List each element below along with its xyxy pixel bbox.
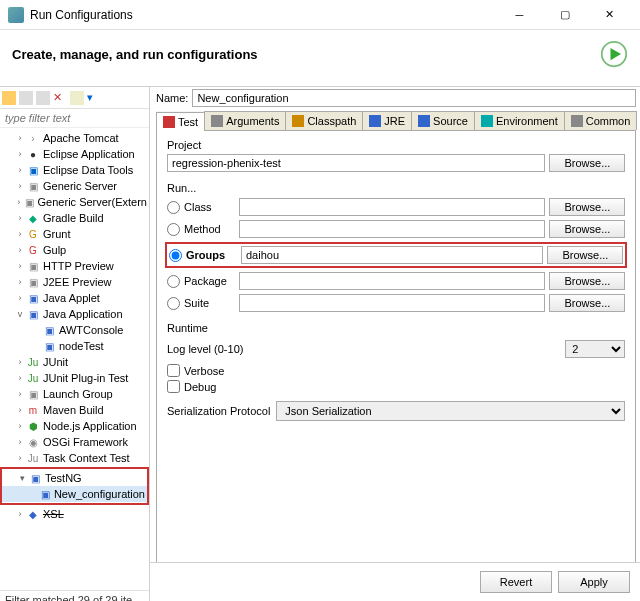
page-title: Create, manage, and run configurations (12, 47, 600, 62)
tree-item[interactable]: ›◉OSGi Framework (0, 434, 149, 450)
tab-environment[interactable]: Environment (474, 111, 565, 130)
tab-arguments[interactable]: Arguments (204, 111, 286, 130)
revert-button[interactable]: Revert (480, 571, 552, 593)
tree-item[interactable]: ›GGulp (0, 242, 149, 258)
tree-item[interactable]: ›▣HTTP Preview (0, 258, 149, 274)
run-icon[interactable] (600, 40, 628, 68)
tree-item[interactable]: ▣AWTConsole (0, 322, 149, 338)
copy-icon[interactable] (19, 91, 33, 105)
verbose-checkbox[interactable] (167, 364, 180, 377)
serialization-label: Serialization Protocol (167, 405, 270, 417)
debug-label: Debug (184, 381, 216, 393)
project-input[interactable] (167, 154, 545, 172)
radio-package[interactable]: Package (167, 275, 235, 288)
close-button[interactable]: ✕ (587, 1, 632, 29)
groups-browse-button[interactable]: Browse... (547, 246, 623, 264)
groups-input[interactable] (241, 246, 543, 264)
class-browse-button[interactable]: Browse... (549, 198, 625, 216)
radio-groups[interactable]: Groups (169, 249, 237, 262)
tree-item[interactable]: ›⬢Node.js Application (0, 418, 149, 434)
left-toolbar: ✕ ▾ (0, 87, 149, 109)
radio-method[interactable]: Method (167, 223, 235, 236)
collapse-icon[interactable]: ▾ (87, 91, 101, 105)
tree-item[interactable]: ›◆Gradle Build (0, 210, 149, 226)
loglevel-select[interactable]: 2 (565, 340, 625, 358)
window-title: Run Configurations (30, 8, 497, 22)
tree-item[interactable]: ›JuJUnit (0, 354, 149, 370)
minimize-button[interactable]: ─ (497, 1, 542, 29)
name-input[interactable] (192, 89, 636, 107)
tab-bar: TestArgumentsClasspathJRESourceEnvironme… (156, 111, 636, 131)
tab-source[interactable]: Source (411, 111, 475, 130)
name-label: Name: (156, 92, 188, 104)
app-icon (8, 7, 24, 23)
filter-input[interactable] (0, 109, 149, 128)
project-label: Project (167, 139, 625, 151)
method-input[interactable] (239, 220, 545, 238)
tree-item[interactable]: ›JuTask Context Test (0, 450, 149, 466)
class-input[interactable] (239, 198, 545, 216)
tree-item[interactable]: ›▣Generic Server (0, 178, 149, 194)
tab-common[interactable]: Common (564, 111, 638, 130)
tab-test[interactable]: Test (156, 112, 205, 131)
radio-suite[interactable]: Suite (167, 297, 235, 310)
suite-input[interactable] (239, 294, 545, 312)
export-icon[interactable] (36, 91, 50, 105)
verbose-label: Verbose (184, 365, 224, 377)
tree-item[interactable]: ›mMaven Build (0, 402, 149, 418)
suite-browse-button[interactable]: Browse... (549, 294, 625, 312)
tree-item[interactable]: ▣nodeTest (0, 338, 149, 354)
project-browse-button[interactable]: Browse... (549, 154, 625, 172)
package-input[interactable] (239, 272, 545, 290)
tree-item[interactable]: ›▣Launch Group (0, 386, 149, 402)
tree-item[interactable]: ▾▣TestNG (2, 470, 147, 486)
tree-item[interactable]: ›JuJUnit Plug-in Test (0, 370, 149, 386)
tree-item[interactable]: ›▣Generic Server(Extern (0, 194, 149, 210)
new-icon[interactable] (2, 91, 16, 105)
filter-status: Filter matched 29 of 29 ite (0, 590, 149, 601)
expand-icon[interactable] (70, 91, 84, 105)
tab-classpath[interactable]: Classpath (285, 111, 363, 130)
run-section-label: Run... (167, 182, 625, 194)
runtime-section-label: Runtime (167, 322, 625, 334)
tree-item[interactable]: ▣New_configuration (2, 486, 147, 502)
method-browse-button[interactable]: Browse... (549, 220, 625, 238)
maximize-button[interactable]: ▢ (542, 1, 587, 29)
delete-icon[interactable]: ✕ (53, 91, 67, 105)
radio-class[interactable]: Class (167, 201, 235, 214)
apply-button[interactable]: Apply (558, 571, 630, 593)
package-browse-button[interactable]: Browse... (549, 272, 625, 290)
loglevel-label: Log level (0-10) (167, 343, 565, 355)
tree-item[interactable]: v▣Java Application (0, 306, 149, 322)
debug-checkbox[interactable] (167, 380, 180, 393)
tree-item[interactable]: ›◆XSL (0, 506, 149, 522)
tree-item[interactable]: ›●Eclipse Application (0, 146, 149, 162)
config-tree[interactable]: ››Apache Tomcat›●Eclipse Application›▣Ec… (0, 128, 149, 590)
tree-item[interactable]: ›GGrunt (0, 226, 149, 242)
tree-item[interactable]: ›▣Eclipse Data Tools (0, 162, 149, 178)
tree-item[interactable]: ›▣J2EE Preview (0, 274, 149, 290)
tree-item[interactable]: ››Apache Tomcat (0, 130, 149, 146)
serialization-select[interactable]: Json Serialization (276, 401, 625, 421)
tree-item[interactable]: ›▣Java Applet (0, 290, 149, 306)
tab-jre[interactable]: JRE (362, 111, 412, 130)
